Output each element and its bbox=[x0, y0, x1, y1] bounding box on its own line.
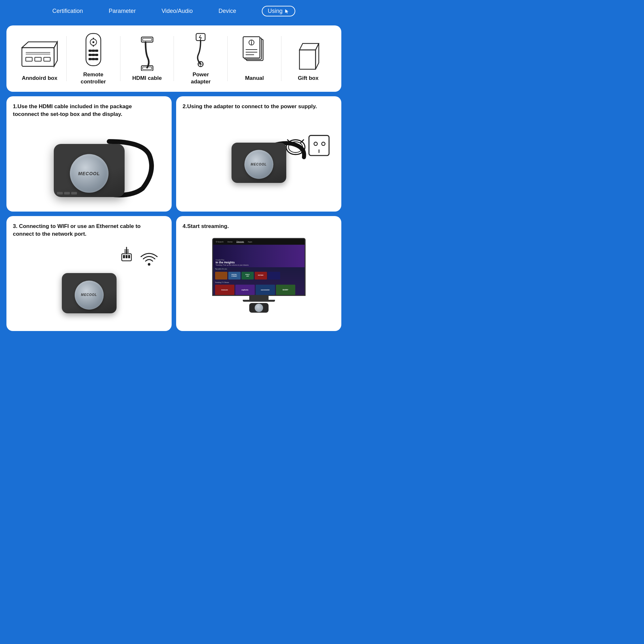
android-box-label: Anndoird box bbox=[22, 75, 57, 82]
svg-marker-2 bbox=[54, 42, 57, 66]
tv-picks-label: Top picks for you bbox=[213, 267, 305, 270]
tv-trend-1: insecure bbox=[215, 285, 234, 295]
svg-rect-54 bbox=[128, 255, 130, 258]
nav-device[interactable]: Device bbox=[218, 8, 236, 14]
tv-small-circle bbox=[255, 304, 263, 312]
svg-point-10 bbox=[92, 41, 94, 43]
tv-screen: ⚲ Search Home Discover Apps Google Play … bbox=[212, 238, 306, 296]
svg-rect-18 bbox=[95, 54, 98, 56]
tv-thumb-3: SPACEJAM bbox=[241, 272, 254, 279]
cursor-icon bbox=[284, 9, 289, 14]
step-4-image: ⚲ Search Home Discover Apps Google Play … bbox=[183, 233, 335, 317]
tv-screen-content: ⚲ Search Home Discover Apps Google Play … bbox=[213, 239, 305, 295]
accessory-giftbox: Gift box bbox=[281, 35, 335, 82]
step-2-title: 2.Using the adapter to connect to the po… bbox=[183, 103, 320, 110]
tv-thumb-1 bbox=[215, 272, 227, 279]
remote-label: Remotecontroller bbox=[81, 71, 106, 85]
svg-rect-21 bbox=[95, 58, 98, 60]
svg-rect-20 bbox=[92, 58, 95, 60]
hdmi-icon bbox=[134, 35, 160, 71]
svg-rect-13 bbox=[89, 50, 92, 52]
power-label: Poweradapter bbox=[191, 71, 211, 85]
step-3-image: MECOOL bbox=[13, 241, 165, 325]
svg-marker-1 bbox=[22, 42, 57, 48]
svg-point-35 bbox=[251, 41, 252, 42]
step-1-title: 1.Use the HDMI cable included in the pac… bbox=[13, 103, 150, 118]
steps-row-2: 3. Connecting to WIFI or use an Ethernet… bbox=[6, 216, 341, 331]
step-4-card: 4.Start streaming. ⚲ Search Home Discove… bbox=[176, 216, 341, 331]
accessory-hdmi: HDMI cable bbox=[120, 35, 174, 82]
svg-rect-39 bbox=[299, 50, 316, 69]
manual-icon bbox=[240, 35, 269, 71]
tv-trending-row: insecure euphoria succession BARRY bbox=[213, 284, 305, 295]
svg-rect-23 bbox=[143, 38, 152, 41]
nav-video-audio[interactable]: Video/Audio bbox=[162, 8, 193, 14]
step-2-card: 2.Using the adapter to connect to the po… bbox=[176, 96, 341, 212]
svg-rect-22 bbox=[141, 37, 153, 42]
giftbox-label: Gift box bbox=[298, 75, 318, 82]
nav-using[interactable]: Using bbox=[262, 6, 295, 16]
accessory-android-box: Anndoird box bbox=[13, 35, 66, 82]
nav-certification[interactable]: Certification bbox=[52, 8, 83, 14]
tv-display: ⚲ Search Home Discover Apps Google Play … bbox=[183, 237, 335, 314]
tv-nav-search: ⚲ Search bbox=[216, 241, 224, 243]
svg-rect-52 bbox=[123, 255, 125, 258]
tv-trend-4: BARRY bbox=[276, 285, 295, 295]
svg-point-11 bbox=[93, 38, 94, 39]
hdmi-label: HDMI cable bbox=[132, 75, 162, 82]
svg-point-59 bbox=[148, 263, 150, 266]
tv-nav-discover: Discover bbox=[236, 241, 244, 243]
tv-trending-label: Trending TV Shows bbox=[213, 281, 305, 284]
android-box-icon bbox=[19, 35, 61, 71]
svg-marker-41 bbox=[316, 43, 319, 69]
step-3-title: 3. Connecting to WIFI or use an Ethernet… bbox=[13, 223, 150, 238]
tv-base bbox=[243, 300, 275, 302]
remote-icon bbox=[82, 32, 105, 67]
svg-rect-15 bbox=[95, 50, 98, 52]
svg-point-12 bbox=[93, 45, 94, 47]
svg-rect-4 bbox=[35, 57, 41, 61]
tv-nav-home: Home bbox=[227, 241, 232, 243]
tv-trend-3: succession bbox=[256, 285, 275, 295]
step-2-image: MECOOL bbox=[183, 114, 335, 197]
accessories-card: Anndoird box bbox=[6, 25, 341, 92]
tv-hero: Google Play In the Heights Trending | Tu… bbox=[213, 245, 305, 267]
step-1-image: MECOOL bbox=[13, 121, 165, 205]
main-content: Anndoird box bbox=[0, 22, 348, 337]
tv-nav-bar: ⚲ Search Home Discover Apps bbox=[213, 239, 305, 245]
tv-hero-title: In the Heights bbox=[216, 261, 249, 264]
tv-trend-2: euphoria bbox=[235, 285, 255, 295]
tv-small-box bbox=[249, 303, 269, 313]
tv-nav-apps: Apps bbox=[248, 241, 252, 243]
step-4-title: 4.Start streaming. bbox=[183, 223, 320, 230]
svg-rect-14 bbox=[92, 50, 95, 52]
accessory-remote: Remotecontroller bbox=[67, 32, 120, 85]
svg-rect-5 bbox=[44, 57, 50, 61]
svg-rect-16 bbox=[89, 54, 92, 56]
tv-stand bbox=[249, 296, 269, 300]
top-navigation: Certification Parameter Video/Audio Devi… bbox=[0, 0, 348, 22]
svg-rect-3 bbox=[26, 57, 32, 61]
svg-rect-17 bbox=[92, 54, 95, 56]
svg-rect-53 bbox=[126, 255, 128, 258]
giftbox-icon bbox=[295, 35, 322, 71]
tv-thumbnails: MORTALKOMBAT SPACEJAM BATMAN bbox=[213, 270, 305, 281]
accessory-manual: Manual bbox=[228, 35, 281, 82]
steps-row-1: 1.Use the HDMI cable included in the pac… bbox=[6, 96, 341, 212]
tv-thumb-2: MORTALKOMBAT bbox=[228, 272, 241, 279]
tv-thumb-4: BATMAN bbox=[255, 272, 267, 279]
svg-point-48 bbox=[314, 142, 317, 145]
manual-label: Manual bbox=[245, 75, 264, 82]
accessory-power: Poweradapter bbox=[174, 32, 227, 85]
svg-point-49 bbox=[322, 142, 325, 145]
power-icon bbox=[187, 32, 214, 67]
tv-thumb-5 bbox=[268, 272, 280, 279]
step-3-card: 3. Connecting to WIFI or use an Ethernet… bbox=[6, 216, 172, 331]
nav-parameter[interactable]: Parameter bbox=[109, 8, 136, 14]
step-1-card: 1.Use the HDMI cable included in the pac… bbox=[6, 96, 172, 212]
tv-hero-subtitle: Trending | Turn up the volume on your dr… bbox=[216, 264, 249, 266]
svg-rect-19 bbox=[89, 58, 92, 60]
